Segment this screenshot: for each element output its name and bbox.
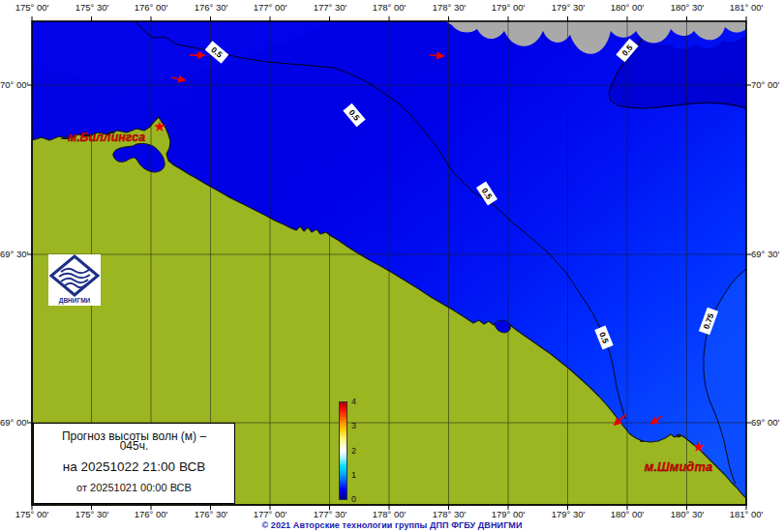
logo-caption: ДВНИГМИ [59,297,91,305]
dvnigmi-logo: ДВНИГМИ [48,254,101,306]
axis-label-top: 175° 30' [69,2,115,13]
axis-label-right: 69° 00' [751,417,784,428]
axis-label-top: 180° 00' [604,2,650,13]
axis-label-bottom: 176° 00' [128,509,174,519]
axis-label-bottom: 176° 30' [188,509,234,519]
copyright-org: ДПП ФГБУ ДВНИГМИ [430,520,523,530]
colorbar-tick: 1 [351,470,356,481]
copyright-line: © 2021 Авторские технологии группы ДПП Ф… [0,520,784,530]
axis-label-top: 178° 00' [366,2,412,13]
cape-schmidt-label: м.Шмидта [645,459,712,474]
colorbar-tick: 4 [351,397,356,407]
axis-label-top: 177° 00' [247,2,293,13]
colorbar-tick: 0 [351,494,356,505]
axis-label-bottom: 179° 30' [545,509,591,519]
wave-forecast-map-page: { "forecast_box": { "line1": "Прогноз вы… [0,0,784,532]
axis-label-left: 69° 00' [0,417,28,428]
copyright-text: © 2021 Авторские технологии группы [261,520,430,530]
forecast-valid-time: на 20251022 21:00 ВСВ [34,459,234,474]
axis-label-top: 179° 00' [485,2,531,13]
axis-label-bottom: 178° 30' [426,509,472,519]
axis-label-right: 69° 30' [751,249,784,259]
arrow-icon [430,55,443,56]
axis-label-top: 178° 30' [426,2,472,13]
axis-label-bottom: 181° 00' [723,509,769,519]
axis-label-left: 69° 30' [0,249,28,259]
axis-label-right: 70° 00' [751,79,784,90]
axis-label-bottom: 180° 30' [664,509,710,519]
axis-label-top: 181° 00' [723,2,769,13]
axis-label-top: 177° 30' [307,2,353,13]
wave-height-colorbar [339,401,347,500]
axis-label-top: 179° 30' [545,2,591,13]
axis-label-top: 176° 00' [128,2,174,13]
forecast-info-box: Прогноз высоты волн (м) – 045ч. на 20251… [33,423,235,504]
axis-label-top: 175° 00' [9,2,55,13]
axis-label-left: 70° 00' [0,79,28,90]
axis-label-top: 176° 30' [188,2,234,13]
cape-schmidt-star-icon: ★ [692,438,705,455]
axis-label-bottom: 179° 00' [485,509,531,519]
forecast-base-time: от 20251021 00:00 ВСВ [34,482,234,493]
cape-billings-star-icon: ★ [153,118,166,134]
axis-label-bottom: 175° 00' [9,509,55,519]
axis-label-top: 180° 30' [664,2,710,13]
colorbar-tick: 3 [351,421,356,431]
colorbar-tick: 2 [351,446,356,457]
axis-label-bottom: 175° 30' [69,509,115,519]
axis-label-bottom: 178° 00' [366,509,412,519]
cape-billings-label: м.Биллингса [68,131,145,144]
axis-label-bottom: 177° 30' [307,509,353,519]
axis-label-bottom: 180° 00' [604,509,650,519]
axis-label-bottom: 177° 00' [247,509,293,519]
